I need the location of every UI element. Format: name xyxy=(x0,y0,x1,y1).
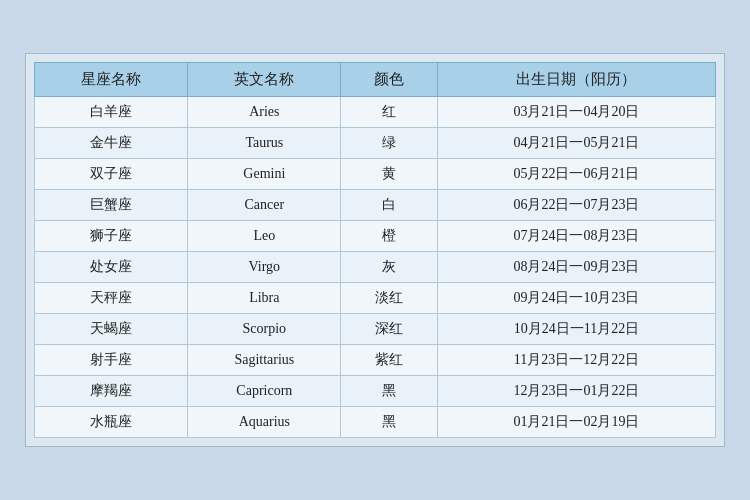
cell-color: 黄 xyxy=(341,159,437,190)
cell-english-name: Scorpio xyxy=(188,314,341,345)
cell-english-name: Sagittarius xyxy=(188,345,341,376)
cell-color: 红 xyxy=(341,97,437,128)
zodiac-table-container: 星座名称 英文名称 颜色 出生日期（阳历） 白羊座Aries红03月21日一04… xyxy=(25,53,725,447)
cell-dates: 08月24日一09月23日 xyxy=(437,252,715,283)
cell-chinese-name: 射手座 xyxy=(35,345,188,376)
cell-color: 黑 xyxy=(341,407,437,438)
cell-chinese-name: 天秤座 xyxy=(35,283,188,314)
cell-english-name: Aquarius xyxy=(188,407,341,438)
cell-dates: 09月24日一10月23日 xyxy=(437,283,715,314)
cell-color: 绿 xyxy=(341,128,437,159)
cell-dates: 04月21日一05月21日 xyxy=(437,128,715,159)
cell-color: 淡红 xyxy=(341,283,437,314)
header-chinese-name: 星座名称 xyxy=(35,63,188,97)
cell-chinese-name: 摩羯座 xyxy=(35,376,188,407)
cell-english-name: Leo xyxy=(188,221,341,252)
table-row: 金牛座Taurus绿04月21日一05月21日 xyxy=(35,128,716,159)
cell-english-name: Aries xyxy=(188,97,341,128)
table-row: 双子座Gemini黄05月22日一06月21日 xyxy=(35,159,716,190)
cell-color: 紫红 xyxy=(341,345,437,376)
table-row: 天蝎座Scorpio深红10月24日一11月22日 xyxy=(35,314,716,345)
cell-english-name: Taurus xyxy=(188,128,341,159)
cell-color: 白 xyxy=(341,190,437,221)
cell-dates: 10月24日一11月22日 xyxy=(437,314,715,345)
cell-dates: 03月21日一04月20日 xyxy=(437,97,715,128)
cell-english-name: Cancer xyxy=(188,190,341,221)
table-row: 巨蟹座Cancer白06月22日一07月23日 xyxy=(35,190,716,221)
cell-chinese-name: 水瓶座 xyxy=(35,407,188,438)
cell-dates: 11月23日一12月22日 xyxy=(437,345,715,376)
cell-color: 深红 xyxy=(341,314,437,345)
cell-chinese-name: 白羊座 xyxy=(35,97,188,128)
zodiac-table: 星座名称 英文名称 颜色 出生日期（阳历） 白羊座Aries红03月21日一04… xyxy=(34,62,716,438)
header-color: 颜色 xyxy=(341,63,437,97)
header-dates: 出生日期（阳历） xyxy=(437,63,715,97)
table-row: 处女座Virgo灰08月24日一09月23日 xyxy=(35,252,716,283)
cell-chinese-name: 天蝎座 xyxy=(35,314,188,345)
table-body: 白羊座Aries红03月21日一04月20日金牛座Taurus绿04月21日一0… xyxy=(35,97,716,438)
cell-color: 灰 xyxy=(341,252,437,283)
cell-english-name: Libra xyxy=(188,283,341,314)
cell-color: 黑 xyxy=(341,376,437,407)
cell-color: 橙 xyxy=(341,221,437,252)
table-header-row: 星座名称 英文名称 颜色 出生日期（阳历） xyxy=(35,63,716,97)
cell-dates: 05月22日一06月21日 xyxy=(437,159,715,190)
cell-chinese-name: 金牛座 xyxy=(35,128,188,159)
cell-dates: 12月23日一01月22日 xyxy=(437,376,715,407)
table-row: 白羊座Aries红03月21日一04月20日 xyxy=(35,97,716,128)
cell-chinese-name: 处女座 xyxy=(35,252,188,283)
cell-english-name: Capricorn xyxy=(188,376,341,407)
table-row: 天秤座Libra淡红09月24日一10月23日 xyxy=(35,283,716,314)
cell-dates: 06月22日一07月23日 xyxy=(437,190,715,221)
cell-dates: 01月21日一02月19日 xyxy=(437,407,715,438)
cell-english-name: Virgo xyxy=(188,252,341,283)
table-row: 摩羯座Capricorn黑12月23日一01月22日 xyxy=(35,376,716,407)
table-row: 水瓶座Aquarius黑01月21日一02月19日 xyxy=(35,407,716,438)
table-row: 射手座Sagittarius紫红11月23日一12月22日 xyxy=(35,345,716,376)
header-english-name: 英文名称 xyxy=(188,63,341,97)
table-row: 狮子座Leo橙07月24日一08月23日 xyxy=(35,221,716,252)
cell-english-name: Gemini xyxy=(188,159,341,190)
cell-chinese-name: 狮子座 xyxy=(35,221,188,252)
cell-chinese-name: 双子座 xyxy=(35,159,188,190)
cell-chinese-name: 巨蟹座 xyxy=(35,190,188,221)
cell-dates: 07月24日一08月23日 xyxy=(437,221,715,252)
